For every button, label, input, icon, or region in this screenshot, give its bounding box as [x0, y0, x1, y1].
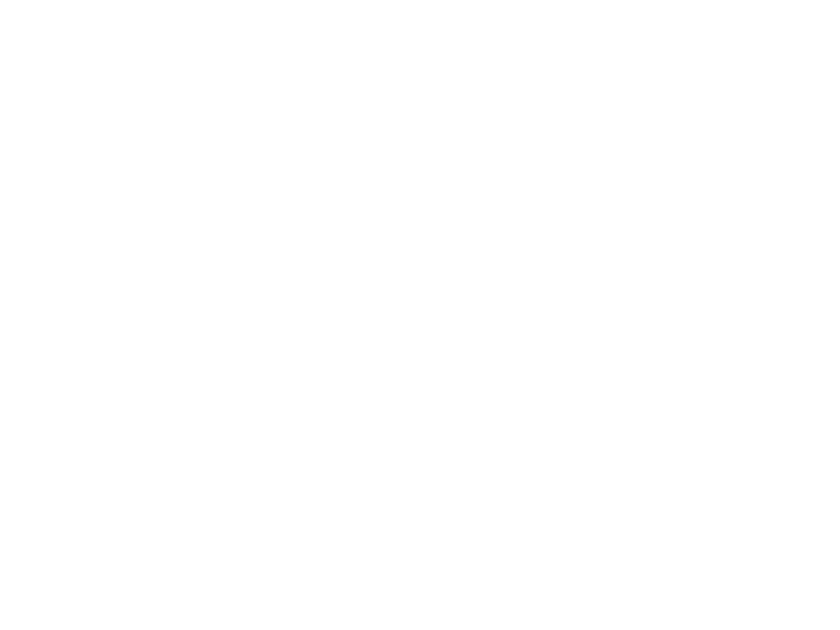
figure: [0, 0, 840, 630]
chart-canvas: [0, 0, 840, 630]
